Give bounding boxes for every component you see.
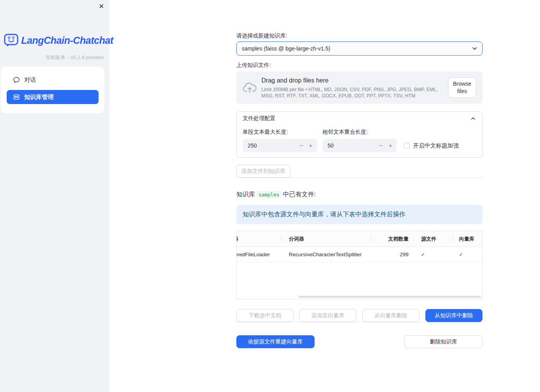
column-header-splitter: 分词器 bbox=[281, 231, 371, 246]
sidebar-item-label: 知识库管理 bbox=[24, 94, 54, 101]
expander-body: 单段文本最大长度: 250 − + 相邻文本重合长度: 50 − + 开启中文标… bbox=[237, 125, 482, 157]
info-text: 知识库中包含源文件与向量库，请从下表中选择文件后操作 bbox=[243, 210, 405, 219]
kb-files-table: 器 分词器 文档数量 源文件 向量库 uredFileLoader Recurs… bbox=[236, 231, 482, 299]
download-selected-button[interactable]: 下载选中文档 bbox=[236, 309, 293, 322]
file-action-buttons: 下载选中文档 添加至向量库 从向量库删除 从知识库中删除 bbox=[236, 309, 482, 322]
divider bbox=[236, 322, 482, 322]
kb-level-buttons: 依据源文件重建向量库 删除知识库 bbox=[236, 335, 482, 348]
table-horizontal-scrollbar[interactable] bbox=[299, 296, 481, 298]
file-dropzone[interactable]: Drag and drop files here Limit 200MB per… bbox=[236, 72, 482, 104]
close-sidebar-icon[interactable]: ✕ bbox=[97, 2, 106, 11]
column-header-source-file: 源文件 bbox=[414, 231, 454, 246]
upload-label: 上传知识文件: bbox=[236, 62, 482, 68]
kb-select-label: 请选择或新建知识库: bbox=[236, 32, 482, 39]
main-content: 请选择或新建知识库: samples (faiss @ bge-large-zh… bbox=[236, 32, 482, 348]
kb-list-icon bbox=[13, 94, 20, 101]
rebuild-vector-store-button[interactable]: 依据源文件重建向量库 bbox=[236, 335, 315, 348]
sidebar: ✕ LangChain-Chatchat 当前版本：v0.2.6-preview bbox=[0, 0, 110, 392]
spacer bbox=[320, 335, 399, 348]
divider bbox=[236, 178, 482, 178]
overlap-size-label: 相邻文本重合长度: bbox=[322, 129, 397, 135]
kb-select-value: samples (faiss @ bge-large-zh-v1.5) bbox=[242, 45, 471, 52]
kb-select[interactable]: samples (faiss @ bge-large-zh-v1.5) bbox=[236, 41, 482, 56]
sidebar-item-kb-management[interactable]: 知识库管理 bbox=[7, 90, 99, 104]
cell-vector-store-check: ✓ bbox=[454, 247, 482, 262]
chevron-up-icon[interactable] bbox=[470, 115, 476, 122]
column-header-doc-count: 文档数量 bbox=[371, 231, 414, 246]
sidebar-item-dialogue[interactable]: 对话 bbox=[7, 73, 99, 87]
kb-files-suffix: 中已有文件: bbox=[283, 191, 316, 198]
add-to-vector-store-button[interactable]: 添加至向量库 bbox=[299, 309, 356, 322]
chat-bubble-icon bbox=[13, 76, 20, 83]
sidebar-nav: 对话 知识库管理 bbox=[1, 67, 104, 113]
table-header-row: 器 分词器 文档数量 源文件 向量库 bbox=[237, 231, 482, 247]
expander-header[interactable]: 文件处理配置 bbox=[237, 112, 482, 125]
version-value: v0.2.6-preview bbox=[70, 54, 104, 60]
info-banner: 知识库中包含源文件与向量库，请从下表中选择文件后操作 bbox=[236, 205, 482, 224]
increment-button[interactable]: + bbox=[385, 139, 396, 152]
chunk-size-value: 250 bbox=[248, 139, 257, 152]
chunk-size-group: 单段文本最大长度: 250 − + bbox=[243, 129, 317, 152]
overlap-size-input[interactable]: 50 − + bbox=[322, 139, 397, 152]
cloud-upload-icon bbox=[243, 82, 257, 94]
version-label: 当前版本： bbox=[45, 54, 70, 60]
zh-title-enhance-checkbox-row[interactable]: 开启中文标题加强 bbox=[404, 139, 459, 152]
logo-chat-bubble-icon bbox=[4, 34, 18, 47]
app-logo: LangChain-Chatchat bbox=[4, 34, 113, 47]
logo-text: LangChain-Chatchat bbox=[21, 35, 113, 46]
chunk-size-input[interactable]: 250 − + bbox=[243, 139, 317, 152]
sidebar-item-label: 对话 bbox=[24, 76, 36, 84]
dropzone-title: Drag and drop files here bbox=[261, 77, 444, 85]
overlap-size-group: 相邻文本重合长度: 50 − + bbox=[322, 129, 397, 152]
kb-files-heading: 知识库samples中已有文件: bbox=[236, 191, 482, 199]
version-info: 当前版本：v0.2.6-preview bbox=[45, 54, 104, 61]
cell-splitter: RecursiveCharacterTextSplitter bbox=[281, 247, 371, 262]
delete-from-kb-button[interactable]: 从知识库中删除 bbox=[425, 309, 482, 322]
zh-title-enhance-label: 开启中文标题加强 bbox=[413, 142, 459, 149]
delete-from-vector-store-button[interactable]: 从向量库删除 bbox=[362, 309, 419, 322]
table-row[interactable]: uredFileLoader RecursiveCharacterTextSpl… bbox=[237, 247, 482, 263]
kb-files-prefix: 知识库 bbox=[236, 191, 255, 198]
dropzone-texts: Drag and drop files here Limit 200MB per… bbox=[261, 77, 448, 99]
add-files-to-kb-button[interactable]: 添加文件到知识库 bbox=[236, 165, 290, 178]
column-header-vector-store: 向量库 bbox=[454, 231, 482, 246]
column-header-loader: 器 bbox=[237, 231, 281, 246]
increment-button[interactable]: + bbox=[305, 139, 316, 152]
overlap-size-value: 50 bbox=[328, 139, 334, 152]
chunk-size-label: 单段文本最大长度: bbox=[243, 129, 317, 135]
dropzone-hint: Limit 200MB per file • HTML, MD, JSON, C… bbox=[261, 86, 444, 99]
cell-loader: uredFileLoader bbox=[237, 247, 281, 262]
expander-title: 文件处理配置 bbox=[243, 115, 275, 122]
chevron-down-icon[interactable] bbox=[471, 45, 478, 52]
kb-name-code: samples bbox=[257, 191, 281, 198]
file-config-expander: 文件处理配置 单段文本最大长度: 250 − + 相邻文本重合长度: 50 bbox=[236, 111, 482, 158]
checkbox-unchecked[interactable] bbox=[404, 143, 410, 149]
delete-kb-button[interactable]: 删除知识库 bbox=[404, 335, 482, 348]
browse-files-button[interactable]: Browse files bbox=[448, 77, 476, 98]
cell-doc-count: 299 bbox=[371, 247, 414, 262]
cell-source-file-check: ✓ bbox=[414, 247, 454, 262]
